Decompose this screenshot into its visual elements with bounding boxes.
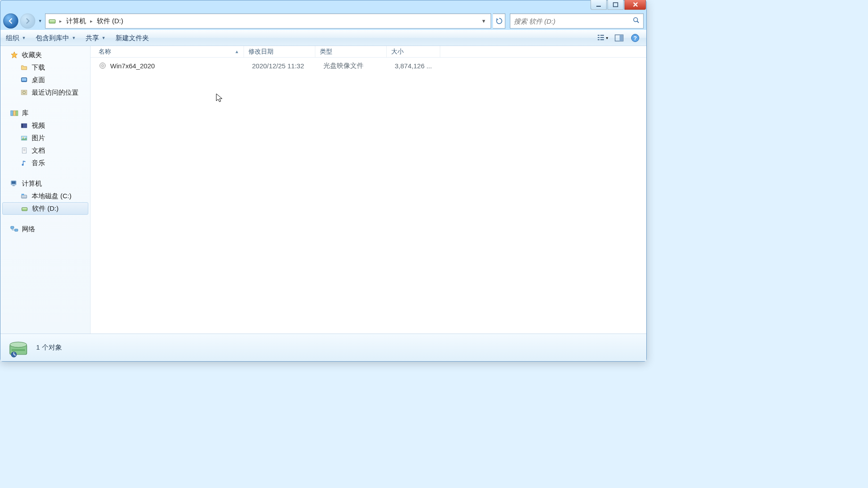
file-list[interactable]: Win7x64_2020 2020/12/25 11:32 光盘映像文件 3,8… [91, 58, 646, 334]
svg-rect-40 [11, 226, 14, 229]
file-type: 光盘映像文件 [320, 62, 391, 70]
view-options-button[interactable]: ▼ [597, 32, 609, 44]
chevron-down-icon: ▼ [102, 36, 106, 40]
file-row[interactable]: Win7x64_2020 2020/12/25 11:32 光盘映像文件 3,8… [91, 59, 646, 72]
search-input[interactable] [514, 17, 632, 25]
preview-pane-button[interactable] [613, 32, 625, 44]
sidebar-computer[interactable]: 计算机 [0, 177, 90, 190]
close-button[interactable]: ✕ [624, 0, 646, 10]
sidebar-item-documents[interactable]: 文档 [0, 144, 90, 157]
column-type-label: 类型 [320, 48, 332, 56]
column-size-label: 大小 [391, 48, 404, 56]
refresh-button[interactable] [493, 13, 505, 29]
svg-rect-0 [596, 6, 601, 7]
svg-rect-10 [598, 39, 599, 40]
sidebar-item-pictures[interactable]: 图片 [0, 132, 90, 144]
drive-icon [21, 204, 29, 213]
sidebar-item-label: 本地磁盘 (C:) [32, 192, 71, 200]
sidebar-network[interactable]: 网络 [0, 223, 90, 235]
sidebar-item-label: 计算机 [22, 179, 42, 188]
explorer-window: ✕ ▼ ▸ 计算机 ▸ 软件 (D:) ▼ [0, 0, 647, 362]
status-text: 1 个对象 [36, 343, 62, 352]
svg-rect-24 [21, 124, 23, 128]
sidebar-item-drive-d[interactable]: 软件 (D:) [2, 202, 88, 215]
svg-rect-33 [12, 181, 16, 184]
column-size[interactable]: 大小 [387, 46, 440, 57]
sidebar-item-label: 库 [22, 109, 29, 117]
svg-rect-8 [598, 37, 599, 38]
status-bar: 1 个对象 [0, 334, 646, 361]
document-icon [20, 146, 28, 154]
back-button[interactable] [3, 13, 18, 29]
column-date[interactable]: 修改日期 [244, 46, 315, 57]
organize-menu[interactable]: 组织 ▼ [6, 34, 26, 42]
svg-text:?: ? [633, 35, 637, 42]
sidebar-item-desktop[interactable]: 桌面 [0, 74, 90, 86]
svg-point-31 [22, 164, 24, 166]
forward-button[interactable] [20, 13, 35, 29]
sidebar-item-label: 桌面 [32, 76, 45, 84]
iso-file-icon [99, 62, 107, 70]
column-date-label: 修改日期 [248, 48, 273, 56]
minimize-button[interactable] [591, 0, 607, 10]
svg-point-26 [23, 137, 24, 138]
chevron-down-icon: ▼ [605, 36, 609, 40]
svg-rect-9 [600, 37, 604, 38]
sidebar-item-label: 图片 [32, 134, 45, 142]
sidebar-item-label: 网络 [22, 225, 35, 234]
address-bar[interactable]: ▸ 计算机 ▸ 软件 (D:) ▼ [45, 13, 491, 29]
svg-rect-37 [21, 194, 24, 195]
toolbar: 组织 ▼ 包含到库中 ▼ 共享 ▼ 新建文件夹 ▼ ? [0, 30, 646, 46]
music-icon [20, 159, 28, 167]
window-titlebar[interactable]: ✕ [0, 0, 646, 12]
drive-large-icon [7, 336, 30, 359]
drive-icon [48, 17, 56, 25]
sidebar-item-recent[interactable]: 最近访问的位置 [0, 86, 90, 99]
svg-rect-41 [15, 229, 18, 231]
svg-rect-7 [600, 35, 604, 36]
maximize-button[interactable] [608, 0, 624, 10]
star-icon [10, 51, 18, 59]
network-icon [10, 225, 18, 233]
sidebar-favorites[interactable]: 收藏夹 [0, 49, 90, 61]
svg-rect-11 [600, 39, 604, 40]
window-controls: ✕ [591, 0, 646, 10]
include-menu[interactable]: 包含到库中 ▼ [36, 34, 76, 42]
sidebar-libraries[interactable]: 库 [0, 107, 90, 119]
organize-label: 组织 [6, 34, 19, 42]
column-type[interactable]: 类型 [315, 46, 387, 57]
folder-icon [20, 63, 28, 71]
column-name-label: 名称 [99, 48, 111, 56]
help-button[interactable]: ? [629, 32, 641, 44]
breadcrumb-computer[interactable]: 计算机 [64, 17, 88, 25]
file-size: 3,874,126 ... [391, 62, 445, 70]
libraries-icon [10, 109, 18, 117]
sidebar-item-music[interactable]: 音乐 [0, 157, 90, 169]
svg-point-45 [10, 342, 27, 347]
sidebar-item-drive-c[interactable]: 本地磁盘 (C:) [0, 190, 90, 202]
drive-icon [20, 192, 28, 200]
file-list-pane: 名称 ▲ 修改日期 类型 大小 Win7x64_2020 2020/12/25 … [91, 46, 646, 334]
column-headers: 名称 ▲ 修改日期 类型 大小 [91, 46, 646, 58]
svg-line-5 [637, 21, 639, 23]
svg-rect-34 [12, 185, 15, 186]
breadcrumb-sep: ▸ [88, 18, 95, 24]
history-dropdown[interactable]: ▼ [37, 19, 43, 23]
address-dropdown[interactable]: ▼ [479, 17, 489, 25]
breadcrumb-drive[interactable]: 软件 (D:) [95, 17, 125, 25]
sidebar-item-downloads[interactable]: 下载 [0, 61, 90, 74]
mouse-cursor-icon [215, 93, 224, 104]
svg-rect-13 [620, 35, 623, 41]
svg-point-43 [102, 65, 103, 67]
svg-rect-20 [11, 111, 13, 116]
sidebar-item-label: 视频 [32, 121, 45, 130]
share-menu[interactable]: 共享 ▼ [86, 34, 106, 42]
picture-icon [20, 134, 28, 142]
recent-icon [20, 88, 28, 96]
newfolder-button[interactable]: 新建文件夹 [116, 34, 149, 42]
sidebar-item-videos[interactable]: 视频 [0, 119, 90, 132]
search-box[interactable] [510, 13, 644, 29]
column-name[interactable]: 名称 ▲ [91, 46, 244, 57]
svg-rect-39 [22, 208, 27, 209]
navigation-pane: 收藏夹 下载 桌面 最近访问的位置 库 [0, 46, 91, 334]
